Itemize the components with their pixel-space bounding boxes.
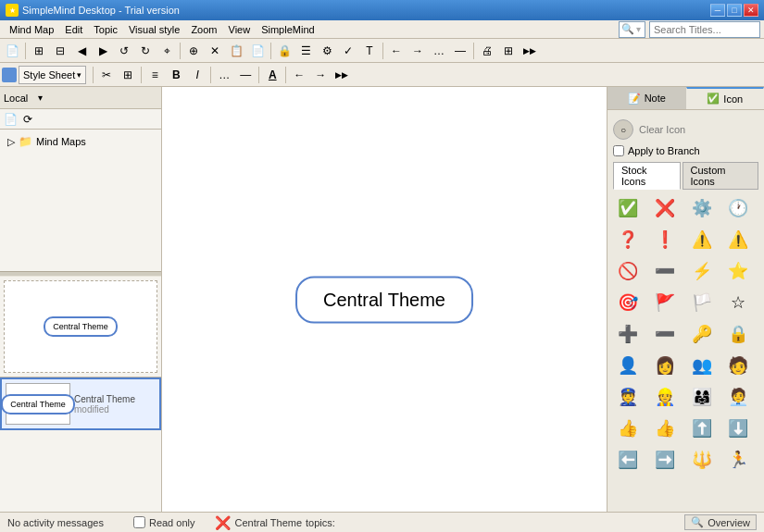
icon-star-outline[interactable]: ☆ [723,288,753,317]
icon-key[interactable]: 🔑 [687,319,717,349]
icon-arrow-up[interactable]: ⬆️ [687,414,717,443]
central-theme-node[interactable]: Central Theme [295,276,473,323]
icon-warning-yellow[interactable]: ⚠️ [723,225,753,254]
tb2-dots[interactable]: … [214,65,234,85]
tb-text[interactable]: T [359,41,380,61]
canvas-area[interactable]: Central Theme [162,87,607,512]
tb-add[interactable]: ⊞ [29,41,49,61]
icon-thumbsup1[interactable]: 👍 [613,414,643,443]
clear-icon-label[interactable]: Clear Icon [639,124,685,135]
tb-forward[interactable]: ▶ [93,41,113,61]
icon-flag-green[interactable]: 🏳️ [687,288,717,317]
stylesheet-button[interactable]: Style Sheet ▾ [19,66,86,84]
icon-star[interactable]: ⭐ [723,256,753,286]
icon-trident[interactable]: 🔱 [687,445,717,475]
custom-icons-tab[interactable]: Custom Icons [683,162,758,190]
tb-fit[interactable]: ⌖ [157,41,177,61]
panel-divider[interactable] [0,271,161,277]
local-dropdown-button[interactable]: ▾ [31,90,48,106]
tb-dots[interactable]: … [429,41,449,61]
tb2-bold[interactable]: B [166,65,186,85]
tb2-add[interactable]: ⊞ [118,65,138,85]
readonly-checkbox[interactable] [133,516,145,528]
icon-person2[interactable]: 👩 [650,351,680,380]
maximize-button[interactable]: □ [727,4,742,17]
icon-person4[interactable]: 🧑‍💼 [723,382,753,412]
icon-cross[interactable]: ❌ [650,193,680,223]
new-folder-button[interactable]: 📄 [2,111,19,128]
icon-worker[interactable]: 👷 [650,382,680,412]
icon-lock[interactable]: 🔒 [723,319,753,349]
icon-person3[interactable]: 🧑 [723,351,753,380]
tree-item-mindmaps[interactable]: ▷ 📁 Mind Maps [4,133,157,150]
icon-minus-red[interactable]: ➖ [650,319,680,349]
icon-no[interactable]: 🚫 [613,256,643,286]
icon-lightning[interactable]: ⚡ [687,256,717,286]
icon-warning-blue[interactable]: ⚠️ [687,225,717,254]
tb-arrow-right[interactable]: → [407,41,428,61]
icon-person1[interactable]: 👤 [613,351,643,380]
tb-remove[interactable]: ⊟ [50,41,70,61]
overview-button[interactable]: 🔍 Overview [684,514,757,530]
search-input[interactable] [649,21,760,38]
tb-list[interactable]: ☰ [295,41,316,61]
icon-gear[interactable]: ⚙️ [687,193,717,223]
tb2-align-left[interactable]: ≡ [144,65,165,85]
tb-copy[interactable]: 📋 [226,41,246,61]
icon-question[interactable]: ❓ [613,225,643,254]
tb2-italic[interactable]: I [187,65,207,85]
new-button[interactable]: 📄 [2,41,22,61]
tab-icon[interactable]: ✅ Icon [686,87,765,109]
menu-edit[interactable]: Edit [59,22,88,37]
icon-officer[interactable]: 👮 [613,382,643,412]
menu-visualstyle[interactable]: Visual style [123,22,185,37]
tb-paste[interactable]: 📄 [247,41,268,61]
icon-group[interactable]: 👥 [687,351,717,380]
tb-insert[interactable]: ⊕ [183,41,204,61]
tab-note[interactable]: 📝 Note [607,87,686,109]
tb-redo[interactable]: ↻ [135,41,156,61]
icon-arrow-left[interactable]: ⬅️ [613,445,643,475]
menu-topic[interactable]: Topic [88,22,123,37]
tb-arrow-left[interactable]: ← [386,41,407,61]
tb-dash[interactable]: — [450,41,470,61]
tb2-dash[interactable]: — [235,65,256,85]
minimize-button[interactable]: ─ [710,4,725,17]
menu-zoom[interactable]: Zoom [185,22,222,37]
icon-exclamation[interactable]: ❗ [650,225,680,254]
tb-back[interactable]: ◀ [71,41,92,61]
titlebar-controls[interactable]: ─ □ ✕ [710,4,758,17]
menu-simplemind[interactable]: SimpleMind [256,22,319,37]
icon-arrow-right[interactable]: ➡️ [650,445,680,475]
stock-icons-tab[interactable]: Stock Icons [613,162,681,190]
tb2-prev[interactable]: ← [289,65,309,85]
tb-check[interactable]: ✓ [338,41,358,61]
recent-item[interactable]: Central Theme Central Theme modified [0,377,161,430]
icon-target[interactable]: 🎯 [613,288,643,317]
menu-mindmap[interactable]: Mind Map [4,22,59,37]
tb-lock[interactable]: 🔒 [274,41,294,61]
icon-plus-green[interactable]: ➕ [613,319,643,349]
tb-export[interactable]: ⊞ [498,41,519,61]
tb2-more[interactable]: ▶▶ [332,65,352,85]
sync-button[interactable]: ⟳ [19,111,36,128]
tb2-cut[interactable]: ✂ [96,65,117,85]
icon-team[interactable]: 👨‍👩‍👧 [687,382,717,412]
tb-undo[interactable]: ↺ [114,41,134,61]
icon-thumbsup2[interactable]: 👍 [650,414,680,443]
icon-arrow-down[interactable]: ⬇️ [723,414,753,443]
icon-checkmark[interactable]: ✅ [613,193,643,223]
icon-minus[interactable]: ➖ [650,256,680,286]
tb-delete[interactable]: ✕ [205,41,225,61]
tb-more[interactable]: ▶▶ [520,41,540,61]
tb2-font-color[interactable]: A [262,65,282,85]
icon-clock[interactable]: 🕐 [723,193,753,223]
tb2-next[interactable]: → [310,65,331,85]
icon-runner[interactable]: 🏃 [723,445,753,475]
icon-flag-red[interactable]: 🚩 [650,288,680,317]
apply-branch-checkbox[interactable] [613,145,624,156]
menu-view[interactable]: View [223,22,257,37]
close-button[interactable]: ✕ [744,4,758,17]
tb-settings[interactable]: ⚙ [317,41,337,61]
tb-print[interactable]: 🖨 [477,41,497,61]
